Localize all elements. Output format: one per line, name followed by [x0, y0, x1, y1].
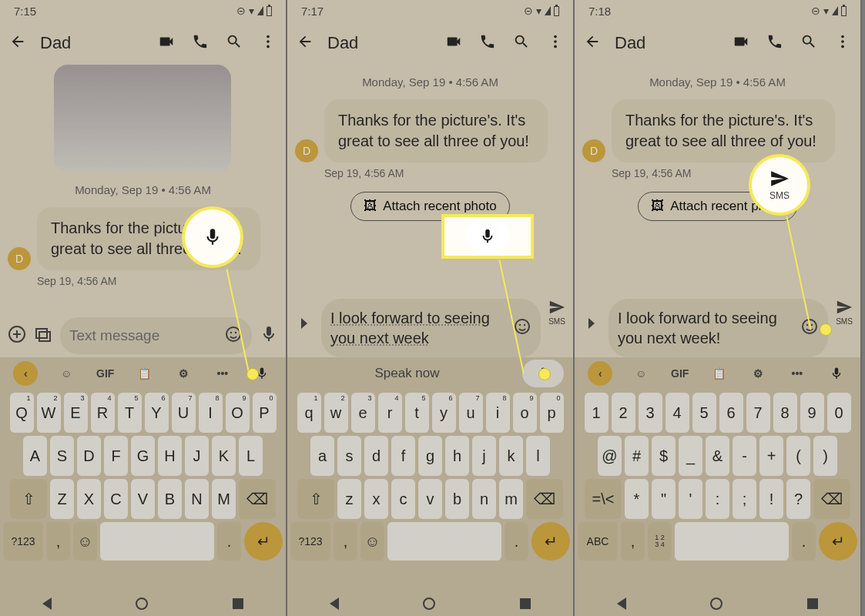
enter-key[interactable]: ↵ [819, 522, 857, 561]
kb-collapse-icon[interactable]: ‹ [13, 361, 38, 386]
kb-collapse-icon[interactable]: ‹ [588, 361, 612, 386]
key[interactable]: ! [759, 479, 783, 519]
key[interactable]: y6 [432, 393, 456, 433]
key[interactable]: M [212, 479, 236, 519]
voice-input-icon[interactable] [260, 325, 278, 346]
key[interactable]: h [445, 436, 469, 476]
key[interactable]: j [472, 436, 496, 476]
key[interactable]: G [131, 436, 155, 476]
key[interactable]: _ [679, 436, 702, 476]
key[interactable]: S [50, 436, 74, 476]
key[interactable]: H [158, 436, 182, 476]
key[interactable]: T5 [118, 393, 142, 433]
key[interactable]: * [625, 479, 649, 519]
key[interactable]: E3 [64, 393, 88, 433]
nav-home-icon[interactable] [136, 598, 148, 610]
key[interactable]: Y6 [145, 393, 169, 433]
key[interactable]: 4 [666, 393, 689, 433]
key[interactable]: , [334, 522, 357, 561]
back-icon[interactable] [297, 33, 313, 53]
key[interactable]: J [185, 436, 209, 476]
key[interactable]: r4 [378, 393, 402, 433]
gallery-icon[interactable] [34, 325, 52, 346]
nav-back-icon[interactable] [617, 598, 626, 610]
video-call-icon[interactable] [733, 33, 749, 53]
key[interactable]: , [621, 522, 645, 561]
space-key[interactable] [387, 522, 501, 561]
nav-home-icon[interactable] [423, 598, 435, 610]
key[interactable]: R4 [91, 393, 115, 433]
message-bubble[interactable]: Thanks for the picture's. It's great to … [612, 99, 835, 162]
key[interactable]: z [337, 479, 361, 519]
emoji-key[interactable]: ☺ [360, 522, 384, 561]
backspace-key[interactable]: ⌫ [813, 479, 850, 519]
key[interactable]: 2 [612, 393, 635, 433]
key[interactable]: k [499, 436, 523, 476]
chat-area[interactable]: Monday, Sep 19 • 4:56 AM D Thanks for th… [575, 65, 860, 300]
key[interactable]: P0 [253, 393, 277, 433]
emoji-key[interactable]: ☺ [73, 522, 97, 561]
key[interactable]: 0 [827, 393, 851, 433]
kb-settings-icon[interactable]: ⚙ [747, 363, 769, 384]
numpad-key[interactable]: 1 2 3 4 [648, 522, 672, 561]
overflow-icon[interactable] [834, 33, 851, 53]
phone-icon[interactable] [479, 33, 496, 53]
key[interactable]: . [792, 522, 816, 561]
shift-key[interactable]: ⇧ [10, 479, 47, 519]
key[interactable]: 5 [692, 393, 716, 433]
key[interactable]: f [391, 436, 415, 476]
key[interactable]: U7 [172, 393, 196, 433]
key[interactable]: 6 [719, 393, 743, 433]
avatar[interactable]: D [582, 139, 605, 162]
nav-back-icon[interactable] [42, 598, 52, 610]
key[interactable]: $ [652, 436, 676, 476]
contact-name[interactable]: Dad [615, 33, 719, 53]
key[interactable]: 3 [639, 393, 662, 433]
mode-switch-key[interactable]: ?123 [3, 522, 43, 561]
chat-area[interactable]: Monday, Sep 19 • 4:56 AM D Thanks for th… [0, 65, 286, 354]
space-key[interactable] [100, 522, 214, 561]
key[interactable]: s [337, 436, 361, 476]
chat-area[interactable]: Monday, Sep 19 • 4:56 AM D Thanks for th… [287, 65, 573, 300]
symbols-shift-key[interactable]: =\< [585, 479, 622, 519]
key[interactable]: F [104, 436, 128, 476]
kb-clipboard-icon[interactable]: 📋 [133, 363, 155, 384]
key[interactable]: K [212, 436, 236, 476]
key[interactable]: ) [813, 436, 837, 476]
expand-icon[interactable] [582, 314, 601, 336]
nav-recent-icon[interactable] [233, 598, 243, 609]
message-input[interactable]: I look forward to seeing you next week! [609, 299, 828, 357]
key[interactable]: Q1 [10, 393, 34, 433]
key[interactable]: e3 [351, 393, 375, 433]
key[interactable]: x [364, 479, 388, 519]
key[interactable]: " [652, 479, 676, 519]
key[interactable]: - [733, 436, 756, 476]
key[interactable]: b [445, 479, 469, 519]
kb-settings-icon[interactable]: ⚙ [173, 363, 194, 384]
key[interactable]: n [472, 479, 496, 519]
nav-recent-icon[interactable] [520, 598, 531, 609]
overflow-icon[interactable] [260, 33, 277, 53]
add-icon[interactable] [8, 325, 26, 346]
mode-switch-key[interactable]: ABC [578, 522, 618, 561]
expand-icon[interactable] [295, 314, 313, 336]
key[interactable]: . [217, 522, 241, 561]
message-input[interactable]: Text message [60, 317, 252, 354]
key[interactable]: i8 [486, 393, 510, 433]
key[interactable]: ' [679, 479, 702, 519]
key[interactable]: t5 [405, 393, 429, 433]
video-call-icon[interactable] [158, 33, 175, 53]
key[interactable]: L [239, 436, 263, 476]
back-icon[interactable] [9, 33, 26, 53]
enter-key[interactable]: ↵ [244, 522, 283, 561]
key[interactable]: . [505, 522, 528, 561]
message-bubble[interactable]: Thanks for the picture's. It's great to … [324, 99, 548, 162]
key[interactable]: ; [733, 479, 756, 519]
key[interactable]: u7 [459, 393, 483, 433]
shift-key[interactable]: ⇧ [297, 479, 334, 519]
key[interactable]: m [499, 479, 523, 519]
contact-name[interactable]: Dad [40, 33, 144, 53]
back-icon[interactable] [584, 33, 601, 53]
key[interactable]: ? [786, 479, 810, 519]
kb-more-icon[interactable]: ••• [212, 363, 233, 384]
